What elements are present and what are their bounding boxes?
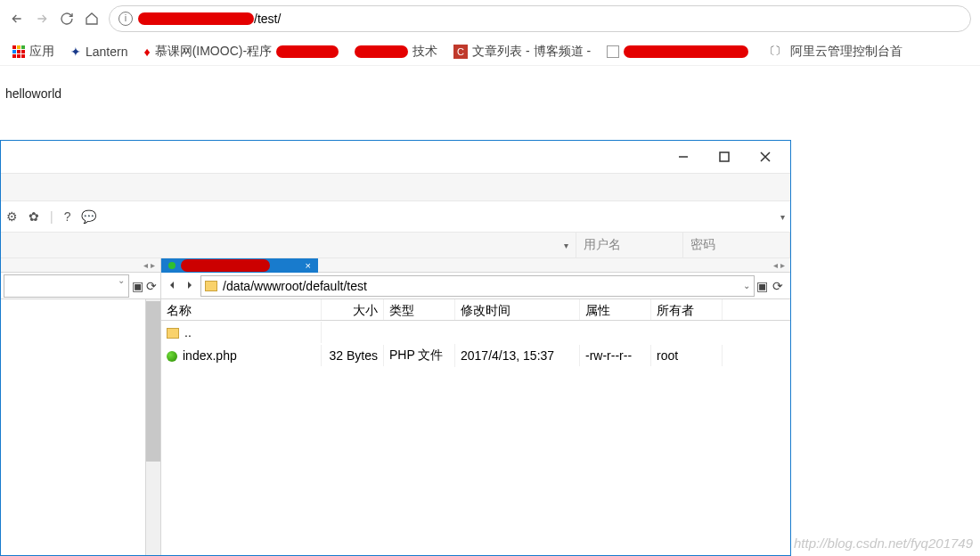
- home-icon[interactable]: [84, 11, 100, 27]
- close-button[interactable]: [760, 151, 771, 162]
- local-pane: ◂ ▸ ⌄ ▣ ⟳: [1, 258, 161, 555]
- ftp-window: ⚙ ✿ | ? 💬 ▾ ▾ 用户名 密码 ◂ ▸ ⌄ ▣ ⟳ × ◂ ▸: [0, 140, 791, 556]
- watermark: http://blog.csdn.net/fyq201749: [794, 536, 973, 551]
- row-parent[interactable]: ..: [161, 321, 790, 344]
- apps-label: 应用: [29, 44, 54, 60]
- status-dot-icon: [168, 262, 176, 269]
- address-bar[interactable]: i /test/: [109, 5, 971, 32]
- local-path-input[interactable]: ⌄: [4, 274, 129, 298]
- bookmark-tech[interactable]: 技术: [355, 44, 437, 60]
- maximize-button[interactable]: [719, 151, 730, 162]
- username-field[interactable]: 用户名: [576, 233, 683, 258]
- col-mtime[interactable]: 修改时间: [455, 299, 580, 320]
- remote-refresh-icon[interactable]: ⟳: [772, 279, 787, 293]
- quickconnect-row: ▾ 用户名 密码: [1, 232, 790, 258]
- browser-toolbar: i /test/: [0, 0, 980, 37]
- col-size[interactable]: 大小: [322, 299, 384, 320]
- bookmark-blog[interactable]: C文章列表 - 博客频道 -: [453, 44, 591, 60]
- remote-path-text: /data/wwwroot/default/test: [223, 279, 367, 293]
- bookmark-imooc[interactable]: ♦慕课网(IMOOC)-程序: [143, 44, 339, 60]
- scrollbar[interactable]: [146, 299, 160, 555]
- tab-close-icon[interactable]: ×: [306, 260, 311, 271]
- apps-icon: [12, 45, 25, 58]
- svg-rect-1: [720, 152, 729, 161]
- apps-button[interactable]: 应用: [12, 44, 54, 60]
- remote-file-grid: 名称 大小 类型 修改时间 属性 所有者 .. index.php 32 Byt…: [161, 299, 790, 555]
- minimize-button[interactable]: [678, 151, 689, 162]
- bookmark-lantern[interactable]: ✦Lantern: [70, 45, 127, 59]
- back-icon[interactable]: [9, 11, 25, 27]
- url-suffix: /test/: [254, 12, 281, 26]
- redacted-url: [138, 12, 254, 25]
- col-name[interactable]: 名称: [161, 299, 322, 320]
- global-icon[interactable]: ⚙: [6, 209, 18, 224]
- php-file-icon: [167, 351, 177, 362]
- local-tabstrip: ◂ ▸: [1, 258, 160, 273]
- remote-path-row: /data/wwwroot/default/test ⌄ ▣ ⟳: [161, 273, 790, 299]
- forward-icon[interactable]: [34, 11, 50, 27]
- nav-forward-icon[interactable]: [183, 278, 199, 294]
- col-type[interactable]: 类型: [384, 299, 455, 320]
- refresh-icon[interactable]: ⟳: [146, 279, 160, 293]
- reload-icon[interactable]: [59, 11, 75, 27]
- remote-pane: × ◂ ▸ /data/wwwroot/default/test ⌄ ▣ ⟳ 名…: [161, 258, 790, 555]
- settings-icon[interactable]: ✿: [29, 209, 39, 224]
- password-field[interactable]: 密码: [683, 233, 790, 258]
- local-list[interactable]: [1, 299, 160, 555]
- help-icon[interactable]: ?: [64, 209, 71, 224]
- toolbar: ⚙ ✿ | ? 💬 ▾: [1, 201, 790, 232]
- menu-band: [1, 173, 790, 201]
- folder-icon: [205, 281, 217, 291]
- col-attr[interactable]: 属性: [580, 299, 651, 320]
- local-path-row: ⌄ ▣ ⟳: [1, 273, 160, 299]
- titlebar: [1, 141, 790, 173]
- chevron-down-icon[interactable]: ▾: [780, 212, 785, 222]
- remote-bookmark-icon[interactable]: ▣: [756, 279, 771, 293]
- bookmark-redacted[interactable]: [607, 45, 748, 58]
- remote-tab[interactable]: ×: [161, 258, 318, 273]
- info-icon[interactable]: i: [118, 12, 133, 26]
- bookmark-aliyun[interactable]: 〔〕阿里云管理控制台首: [764, 44, 902, 60]
- nav-back-icon[interactable]: [165, 278, 181, 294]
- grid-header[interactable]: 名称 大小 类型 修改时间 属性 所有者: [161, 299, 790, 321]
- folder-icon: [167, 328, 179, 339]
- remote-path-input[interactable]: /data/wwwroot/default/test ⌄: [200, 275, 755, 297]
- col-owner[interactable]: 所有者: [651, 299, 723, 320]
- bookmark-icon[interactable]: ▣: [132, 279, 146, 293]
- chat-icon[interactable]: 💬: [81, 209, 96, 224]
- table-row[interactable]: index.php 32 Bytes PHP 文件 2017/4/13, 15:…: [161, 344, 790, 367]
- bookmarks-bar: 应用 ✦Lantern ♦慕课网(IMOOC)-程序 技术 C文章列表 - 博客…: [0, 37, 980, 66]
- page-body: helloworld: [0, 66, 980, 119]
- page-text: helloworld: [5, 86, 61, 101]
- host-dropdown[interactable]: ▾: [1, 233, 576, 258]
